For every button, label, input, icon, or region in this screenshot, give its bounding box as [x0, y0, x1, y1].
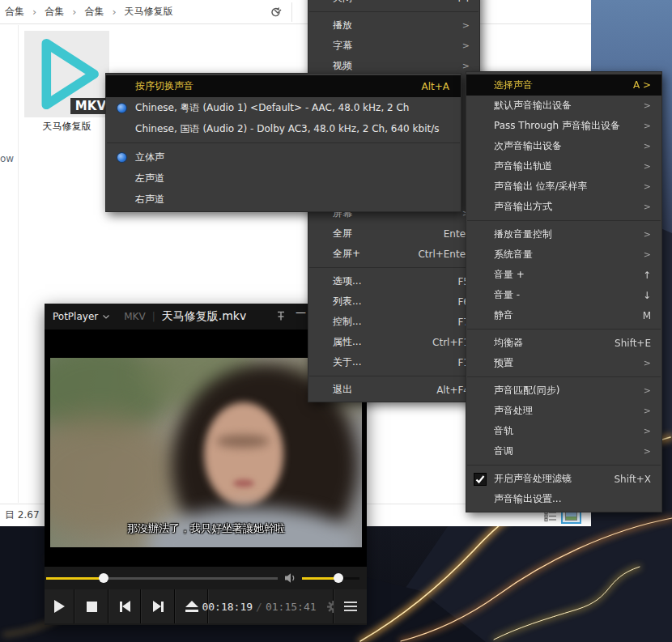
menu-item-exit[interactable]: 退出 Alt+F4	[308, 380, 479, 400]
audio-menu-item-system-volume[interactable]: 系统音量 >	[466, 244, 661, 265]
audio-menu-item-audio-processing[interactable]: 声音处理 >	[466, 401, 661, 421]
submenu-arrow-icon: >	[644, 181, 651, 192]
app-name[interactable]: PotPlayer	[53, 311, 98, 322]
audio-menu-item-volume-up[interactable]: 音量 + ↑	[466, 265, 661, 285]
menu-item-close[interactable]: 关闭 F4	[308, 0, 479, 8]
menu-separator	[467, 465, 661, 466]
audio-menu-item-default-device[interactable]: 默认声音输出设备 >	[466, 96, 661, 116]
menu-item-label: 选项...	[333, 274, 443, 288]
menu-item-label: 关于...	[333, 355, 443, 369]
menu-item-controls[interactable]: 控制... F7	[308, 312, 479, 332]
pin-icon[interactable]	[275, 311, 287, 321]
menu-item-shortcut: F4	[457, 0, 470, 4]
audio-menu-item-output-track[interactable]: 声音输出轨道 >	[466, 156, 661, 176]
desktop: { "colors": { "menu_bg": "#3b3b3b", "men…	[0, 0, 672, 642]
menu-item-label: 右声道	[135, 193, 449, 206]
submenu-arrow-icon: >	[644, 100, 651, 111]
submenu-arrow-icon: >	[644, 358, 651, 368]
hamburger-icon	[344, 602, 357, 611]
item-count-text: 目 2.67	[0, 508, 40, 522]
submenu-arrow-icon: >	[644, 385, 651, 396]
breadcrumb-item[interactable]: 天马修复版	[120, 5, 178, 19]
menu-item-label: 视频	[333, 59, 448, 73]
address-bar[interactable]: 合集 › 合集 › 合集 › 天马修复版	[0, 0, 591, 24]
menu-item-label: Pass Through 声音输出设备	[494, 119, 629, 133]
minimize-button[interactable]: —	[296, 306, 306, 318]
menu-item-cycle-audio[interactable]: 按序切换声音 Alt+A	[106, 75, 461, 97]
menu-item-label: 播放	[333, 19, 448, 32]
menu-item-subtitles[interactable]: 字幕 >	[308, 36, 479, 56]
menu-item-options[interactable]: 选项... F5	[308, 271, 479, 291]
submenu-arrow-icon: >	[644, 446, 651, 457]
menu-item-select-audio[interactable]: 选择声音 A >	[466, 74, 661, 96]
audio-menu-item-audio-output-settings[interactable]: 声音输出设置...	[466, 489, 661, 509]
menu-item-label: 声音输出设置...	[494, 492, 651, 506]
refresh-icon[interactable]	[270, 6, 281, 17]
time-separator: /	[253, 601, 266, 613]
audio-menu-item-pass-through[interactable]: Pass Through 声音输出设备 >	[466, 116, 661, 136]
menu-item-label: Chinese, 粤语 (Audio 1) <Default> - AAC, 4…	[135, 101, 449, 115]
menu-item-fullscreen-plus[interactable]: 全屏+ Ctrl+Enter	[308, 244, 479, 264]
submenu-arrow-icon: >	[462, 61, 470, 71]
menu-item-shortcut: ↓	[643, 290, 651, 301]
stop-button[interactable]	[74, 589, 108, 623]
file-tile-mkv[interactable]: MKV	[24, 31, 109, 117]
play-icon	[54, 600, 65, 613]
audio-menu-item-enable-audio-filter[interactable]: 开启声音处理滤镜 Shift+X	[466, 469, 661, 489]
submenu-arrow-icon: >	[644, 406, 651, 416]
previous-button[interactable]	[108, 589, 141, 623]
menu-item-playback[interactable]: 播放 >	[308, 15, 479, 36]
playlist-menu-button[interactable]	[334, 589, 367, 623]
menu-item-label: 音调	[494, 444, 629, 458]
seek-bar-thumb[interactable]	[99, 573, 108, 583]
time-display-cell: 00:18:19/01:15:41	[208, 589, 334, 623]
menu-item-properties[interactable]: 属性... Ctrl+F1	[308, 332, 479, 352]
app-menu-chevron-icon[interactable]	[103, 315, 109, 319]
menu-item-shortcut: Shift+X	[614, 474, 651, 485]
audio-menu-item-playback-volume-control[interactable]: 播放音量控制 >	[466, 224, 661, 244]
format-badge: MKV	[124, 311, 145, 322]
audio-track-option-1[interactable]: Chinese, 粤语 (Audio 1) <Default> - AAC, 4…	[106, 97, 461, 118]
volume-bar-thumb[interactable]	[334, 573, 343, 583]
menu-item-about[interactable]: 关于... F1	[308, 352, 479, 372]
audio-menu-item-presets[interactable]: 预置 >	[466, 353, 661, 373]
audio-menu-item-audio-sync[interactable]: 声音匹配(同步) >	[466, 381, 661, 401]
menu-item-fullscreen[interactable]: 全屏 Enter	[308, 223, 479, 244]
nav-pane-item-partial[interactable]: ow	[0, 153, 14, 164]
channel-option-left[interactable]: 左声道	[106, 168, 461, 189]
audio-menu-item-equalizer[interactable]: 均衡器 Shift+E	[466, 333, 661, 353]
menu-item-label: 均衡器	[494, 336, 600, 350]
next-button[interactable]	[141, 589, 175, 623]
audio-menu-item-pitch[interactable]: 音调 >	[466, 441, 661, 461]
audio-track-option-2[interactable]: Chinese, 国语 (Audio 2) - Dolby AC3, 48.0 …	[106, 118, 461, 139]
audio-menu-item-secondary-device[interactable]: 次声音输出设备 >	[466, 136, 661, 156]
breadcrumb-item[interactable]: 合集	[40, 5, 69, 19]
audio-menu-item-audio-track[interactable]: 音轨 >	[466, 421, 661, 441]
video-person-eyes	[216, 435, 270, 448]
breadcrumb-item[interactable]: 合集	[0, 5, 29, 19]
menu-item-label: 声音匹配(同步)	[494, 384, 629, 398]
titlebar-divider: |	[152, 311, 155, 322]
menu-item-label: 预置	[494, 356, 629, 370]
menu-item-shortcut: Ctrl+F1	[432, 337, 470, 348]
audio-menu-item-mute[interactable]: 静音 M	[466, 305, 661, 325]
menu-separator	[309, 376, 478, 376]
submenu-arrow-icon: >	[462, 20, 470, 31]
next-icon	[153, 601, 161, 612]
menu-item-label: 开启声音处理滤镜	[494, 472, 599, 486]
breadcrumb-item[interactable]: 合集	[79, 5, 108, 19]
audio-menu-item-output-mode[interactable]: 声音输出方式 >	[466, 197, 661, 217]
file-name-label[interactable]: 天马修复版	[24, 120, 109, 134]
play-button[interactable]	[45, 589, 74, 623]
volume-icon[interactable]	[284, 572, 298, 584]
menu-item-playlist[interactable]: 列表... F6	[308, 291, 479, 312]
channel-option-stereo[interactable]: 立体声	[106, 147, 461, 168]
audio-menu-item-bitrate-samplerate[interactable]: 声音输出 位率/采样率 >	[466, 176, 661, 197]
menu-item-label: 列表...	[333, 295, 443, 308]
menu-separator	[467, 220, 661, 221]
audio-submenu: 选择声音 A > 默认声音输出设备 > Pass Through 声音输出设备 …	[466, 71, 662, 512]
breadcrumb-separator-icon: ›	[108, 6, 119, 18]
channel-option-right[interactable]: 右声道	[106, 189, 461, 210]
audio-menu-item-volume-down[interactable]: 音量 - ↓	[466, 285, 661, 305]
thumbnail-picture	[565, 512, 577, 521]
